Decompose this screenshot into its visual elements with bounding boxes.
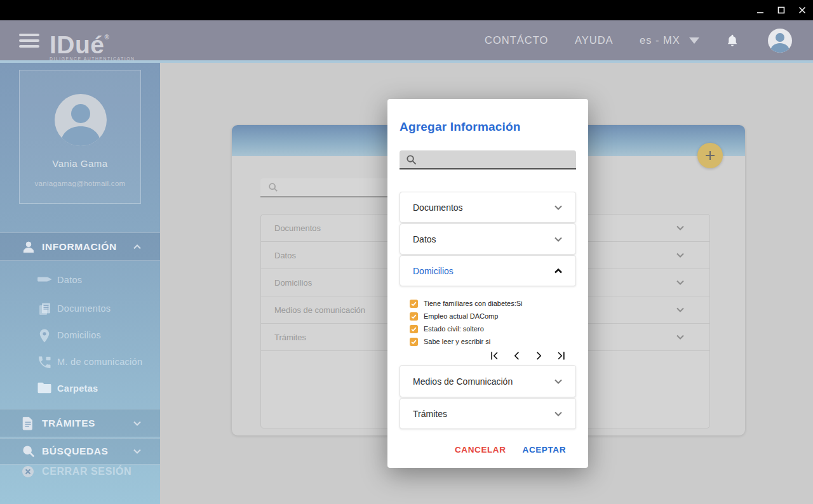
close-circle-icon <box>22 465 34 478</box>
chevron-down-icon <box>675 250 685 260</box>
chevron-down-icon <box>553 234 564 245</box>
pagination <box>400 348 576 362</box>
sidebar-item-label: Datos <box>57 275 82 285</box>
documents-icon <box>37 302 53 315</box>
checkbox-checked-icon[interactable] <box>410 325 418 333</box>
person-icon <box>22 240 36 254</box>
chevron-down-icon <box>675 305 685 315</box>
chevron-down-icon <box>132 446 142 456</box>
logo-title: IDué <box>50 31 105 58</box>
close-button[interactable] <box>797 6 807 15</box>
sidebar-item-label: Documentos <box>57 303 111 314</box>
logout-button[interactable]: CERRAR SESIÓN <box>0 460 160 483</box>
cancel-button[interactable]: CANCELAR <box>455 445 506 454</box>
dialog-search <box>400 150 576 169</box>
search-icon <box>268 182 278 192</box>
sidebar-item-label: M. de comunicación <box>57 357 142 367</box>
dialog-search-input[interactable] <box>423 155 570 164</box>
add-information-dialog: Agregar Información Documentos Datos Dom… <box>387 99 588 468</box>
profile-card: Vania Gama vaniagamag@hotmail.com <box>19 70 141 204</box>
option-row[interactable]: Tiene familiares con diabetes:Si <box>410 297 576 310</box>
notifications-bell-icon[interactable] <box>725 34 739 48</box>
sidebar-section-label: TRÁMITES <box>42 418 95 429</box>
maximize-button[interactable] <box>776 6 786 15</box>
sidebar-item-domicilios[interactable]: Domicilios <box>0 322 160 348</box>
folder-icon <box>37 381 53 395</box>
option-label: Empleo actual DAComp <box>424 312 498 320</box>
language-value: es - MX <box>640 34 680 46</box>
caret-down-icon <box>689 37 699 44</box>
phone-icon <box>37 355 53 369</box>
menu-icon[interactable] <box>19 34 39 48</box>
accept-button[interactable]: ACEPTAR <box>523 445 566 454</box>
accordion-label: Datos <box>413 234 553 244</box>
map-pin-icon <box>37 328 53 342</box>
profile-email: vaniagamag@hotmail.com <box>20 180 140 187</box>
sidebar-item-datos[interactable]: Datos <box>0 267 160 293</box>
sidebar-item-medios-comunicacion[interactable]: M. de comunicación <box>0 348 160 375</box>
chevron-up-icon <box>132 242 142 252</box>
chevron-down-icon <box>675 223 685 233</box>
app-header: IDué® DILIGENCE AUTHENTICATION CONTÁCTO … <box>0 20 813 60</box>
search-icon <box>22 444 36 458</box>
sidebar-item-carpetas[interactable]: Carpetas <box>0 375 160 402</box>
sidebar-section-tramites[interactable]: TRÁMITES <box>0 409 160 437</box>
option-label: Sabe leer y escribir si <box>424 338 490 345</box>
next-page-icon[interactable] <box>533 350 545 362</box>
add-button[interactable] <box>697 143 723 168</box>
first-page-icon[interactable] <box>488 350 501 362</box>
search-icon <box>406 154 417 165</box>
previous-page-icon[interactable] <box>511 350 523 362</box>
accordion-tramites[interactable]: Trámites <box>400 398 576 429</box>
accordion-domicilios[interactable]: Domicilios <box>400 255 576 286</box>
checkbox-checked-icon[interactable] <box>410 338 418 346</box>
option-label: Tiene familiares con diabetes:Si <box>424 300 523 307</box>
accordion-label: Medios de Comunicación <box>413 376 553 387</box>
language-selector[interactable]: es - MX <box>640 20 699 60</box>
nav-contact[interactable]: CONTÁCTO <box>485 20 548 60</box>
last-page-icon[interactable] <box>555 350 567 362</box>
sidebar-section-label: BÚSQUEDAS <box>42 446 108 457</box>
chevron-up-icon <box>553 265 564 277</box>
chevron-down-icon <box>553 202 564 213</box>
chevron-down-icon <box>553 376 564 387</box>
accordion-datos[interactable]: Datos <box>400 223 576 255</box>
nav-help[interactable]: AYUDA <box>575 20 614 60</box>
accordion-label: Domicilios <box>413 266 553 276</box>
domicilios-options: Tiene familiares con diabetes:Si Empleo … <box>400 297 576 348</box>
sidebar-item-label: Carpetas <box>57 383 98 394</box>
chevron-down-icon <box>675 332 685 342</box>
sidebar-section-informacion[interactable]: INFORMACIÓN <box>0 232 160 261</box>
app-window: IDué® DILIGENCE AUTHENTICATION CONTÁCTO … <box>0 0 813 504</box>
plus-icon <box>704 150 716 161</box>
accordion-label: Trámites <box>413 409 553 419</box>
accordion-label: Documentos <box>413 202 553 213</box>
chevron-down-icon <box>675 277 685 288</box>
sidebar-section-label: INFORMACIÓN <box>42 241 117 253</box>
sidebar-item-label: Domicilios <box>57 330 101 340</box>
pen-icon <box>37 273 53 287</box>
logout-label: CERRAR SESIÓN <box>42 466 131 477</box>
sidebar-item-documentos[interactable]: Documentos <box>0 295 160 322</box>
option-row[interactable]: Estado civil: soltero <box>410 322 576 335</box>
accordion-medios-comunicacion[interactable]: Medios de Comunicación <box>400 365 576 397</box>
profile-avatar <box>55 94 107 146</box>
checkbox-checked-icon[interactable] <box>410 312 418 321</box>
profile-name: Vania Gama <box>20 158 140 169</box>
file-icon <box>22 416 36 430</box>
chevron-down-icon <box>132 418 142 428</box>
option-row[interactable]: Empleo actual DAComp <box>410 310 576 322</box>
app-logo: IDué® DILIGENCE AUTHENTICATION <box>50 24 135 61</box>
minimize-button[interactable] <box>755 6 765 15</box>
sidebar: Vania Gama vaniagamag@hotmail.com INFORM… <box>0 63 160 504</box>
chevron-down-icon <box>553 408 564 420</box>
option-label: Estado civil: soltero <box>424 325 484 333</box>
dialog-title: Agregar Información <box>400 120 576 134</box>
accordion-documentos[interactable]: Documentos <box>400 192 576 223</box>
checkbox-checked-icon[interactable] <box>410 300 418 308</box>
os-titlebar <box>0 0 813 20</box>
option-row[interactable]: Sabe leer y escribir si <box>410 335 576 348</box>
user-avatar[interactable] <box>768 29 792 53</box>
registered-mark: ® <box>105 34 110 41</box>
